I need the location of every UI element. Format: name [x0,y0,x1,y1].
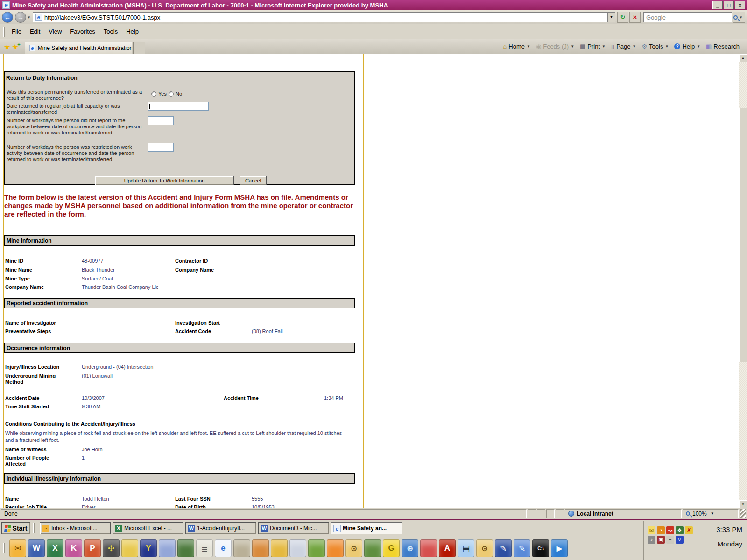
internet-explorer-icon[interactable]: e [215,539,232,557]
feeds-button[interactable]: ◉ Feeds (J) ▼ [533,43,577,50]
stop-button[interactable]: × [629,12,641,23]
update-return-to-work-button[interactable]: Update Return To Work Information [95,176,234,185]
new-tab-stub[interactable] [133,42,145,54]
workdays-lost-input[interactable] [148,116,174,125]
search-button[interactable]: ▼ [733,12,745,23]
print-dropdown-icon[interactable]: ▼ [602,44,606,49]
home-button[interactable]: ⌂ Home ▼ [500,43,533,50]
taskbar-button-word2[interactable]: W Document3 - Mic... [258,522,329,534]
menu-help[interactable]: Help [122,26,143,37]
taskbar-clock[interactable]: 3:33 PM Monday [699,521,747,560]
page-dropdown-icon[interactable]: ▼ [633,44,636,49]
back-button[interactable]: ← [2,12,13,23]
eagle-head-icon[interactable] [159,539,176,557]
excel-icon[interactable]: X [47,539,63,557]
key-lock-tray-icon[interactable]: ✗ [685,526,693,534]
cartoon-cat-icon[interactable] [289,539,306,557]
network-box-tray-icon[interactable]: ▣ [657,536,665,544]
restore-button[interactable]: □ [724,1,734,9]
tools-dropdown-icon[interactable]: ▼ [665,44,669,49]
notebook-icon[interactable]: ✎ [495,539,512,557]
refresh-button[interactable]: ↻ [617,12,628,23]
menu-file[interactable]: File [7,26,26,37]
club-emblem-icon[interactable]: Y [140,539,157,557]
url-text[interactable]: http://lakdev3/EGov.STST.501/7000-1.aspx [44,14,607,21]
powerpoint-icon[interactable]: P [84,539,101,557]
pointer-tray-icon[interactable]: ↝ [666,526,674,534]
date-returned-input[interactable] [148,102,209,111]
help-dropdown-icon[interactable]: ▼ [697,44,700,49]
active-tab[interactable]: e Mine Safety and Health Administration … [25,42,132,54]
newspaper-icon[interactable]: ≣ [196,539,213,557]
frog-icon[interactable] [364,539,381,557]
mouse-device-tray-icon[interactable]: ⌐ [666,536,674,544]
grinch-icon[interactable] [308,539,325,557]
zoom-dropdown-icon[interactable]: ▼ [711,511,714,516]
menu-grip[interactable] [3,27,5,37]
minimize-button[interactable]: _ [712,1,723,9]
menu-tools[interactable]: Tools [99,26,122,37]
workdays-restricted-input[interactable] [148,143,174,152]
taskbar-button-excel[interactable]: X Microsoft Excel - ... [113,522,183,534]
help-button[interactable]: ? Help ▼ [671,43,703,50]
media-player-icon[interactable]: ▶ [551,539,568,557]
taskbar-button-ie-active[interactable]: e Mine Safety an... [331,522,402,534]
green-character-icon[interactable] [177,539,194,557]
menu-edit[interactable]: Edit [26,26,44,37]
cartoon-bird-icon[interactable] [121,539,138,557]
yes-radio[interactable] [151,91,156,97]
antivirus-shield-tray-icon[interactable]: V [676,536,684,544]
command-prompt-icon[interactable]: C:\ [532,539,549,557]
tigger-icon[interactable] [327,539,344,557]
woodpecker-icon[interactable] [420,539,437,557]
search-options-icon[interactable]: ▼ [739,15,743,20]
search-input[interactable]: Google [643,12,732,22]
quick-launch-grip[interactable] [3,543,5,553]
no-radio[interactable] [169,91,174,97]
pinwheel-icon[interactable]: ✣ [103,539,120,557]
forward-button[interactable]: → [15,12,26,23]
zoom-panel[interactable]: 100% ▼ [683,509,739,518]
resize-grip[interactable] [740,509,746,518]
scroll-down-icon[interactable]: ▼ [739,500,747,508]
sign-maker-icon[interactable]: ✎ [514,539,530,557]
acrobat-icon[interactable]: A [439,539,456,557]
taskbar-grip[interactable] [33,523,35,533]
g-arrow-icon[interactable]: G [383,539,400,557]
vertical-scrollbar[interactable]: ▲ ▼ [739,54,747,508]
menu-favorites[interactable]: Favorites [66,26,99,37]
favorites-center-icon[interactable]: ★ [4,42,10,51]
menu-view[interactable]: View [44,26,66,37]
page-button[interactable]: ▯ Page ▼ [608,43,639,50]
cartoon-dog-icon[interactable] [252,539,269,557]
outlook-icon[interactable]: ✉ [9,539,26,557]
history-dropdown-icon[interactable]: ▼ [27,15,31,20]
research-button[interactable]: ▥ Research [703,43,742,50]
close-button[interactable]: × [735,1,745,9]
taskbar-button-inbox[interactable]: ◔ Inbox - Microsoft... [40,522,111,534]
search-folder-2-icon[interactable]: ⊙ [476,539,493,557]
add-favorite-icon[interactable]: ★ [12,42,18,51]
cancel-button[interactable]: Cancel [240,176,267,185]
tools-button[interactable]: ⚙ Tools ▼ [639,43,671,50]
address-dropdown-icon[interactable]: ▼ [607,13,615,22]
volume-tray-icon[interactable]: ♪ [648,536,655,544]
start-button[interactable]: Start [1,522,30,534]
notepad-icon[interactable]: ▤ [458,539,474,557]
scroll-thumb[interactable] [739,108,747,362]
word-icon[interactable]: W [28,539,45,557]
feeds-dropdown-icon[interactable]: ▼ [571,44,574,49]
globe-sync-icon[interactable]: ⊕ [402,539,418,557]
mail-tray-icon[interactable]: ✉ [648,526,655,534]
search-folder-icon[interactable]: ⊙ [345,539,362,557]
taskbar-button-word1[interactable]: W 1-AccidentInjuryIl... [185,522,256,534]
hatching-chick-icon[interactable] [233,539,250,557]
color-balls-tray-icon[interactable]: ❖ [676,526,684,534]
scroll-up-icon[interactable]: ▲ [739,54,747,62]
access-key-icon[interactable]: K [65,539,82,557]
address-field[interactable]: e http://lakdev3/EGov.STST.501/7000-1.as… [33,12,615,22]
clock-sync-tray-icon[interactable]: ◔ [657,526,665,534]
giraffe-icon[interactable] [271,539,288,557]
print-button[interactable]: ▤ Print ▼ [577,43,608,50]
home-dropdown-icon[interactable]: ▼ [527,44,530,49]
